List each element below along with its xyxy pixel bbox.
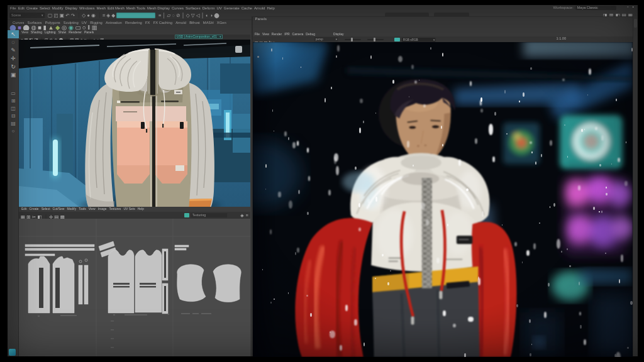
render-settings-icon[interactable]: ⬤ xyxy=(214,13,219,18)
menu-item[interactable]: Edit Mesh xyxy=(108,5,125,11)
viewport-menu-item[interactable]: Shading xyxy=(31,30,42,34)
separator: │ xyxy=(182,13,185,18)
select-component-icon[interactable]: ◉ xyxy=(91,12,96,19)
menu-item[interactable]: Mesh Display xyxy=(147,5,170,11)
menu-item[interactable]: Cache xyxy=(242,5,252,11)
menu-item[interactable]: Display xyxy=(65,5,77,11)
persp-outliner-layout-button[interactable]: ◫ xyxy=(8,104,19,112)
menu-item[interactable]: File xyxy=(10,5,16,11)
ipr-render-icon[interactable]: ◑ xyxy=(209,13,213,18)
menu-item[interactable]: Generate xyxy=(224,5,240,11)
uv-canvas[interactable] xyxy=(19,219,250,356)
render-menu-item[interactable]: IPR xyxy=(284,32,289,36)
uv-menu-item[interactable]: Help xyxy=(138,207,144,211)
menu-item[interactable]: Mesh xyxy=(96,5,106,11)
profiler-icon[interactable]: ▱ xyxy=(167,13,171,18)
menu-item[interactable]: Windows xyxy=(79,5,94,11)
uv-menu-item[interactable]: Edit xyxy=(21,207,27,211)
single-pane-layout-button[interactable]: ▭ xyxy=(8,89,19,97)
gamma-slider[interactable] xyxy=(367,39,384,40)
window-controls[interactable]: ▫ ▪ xyxy=(627,4,635,9)
symmetry-icon[interactable]: ⊘ xyxy=(176,13,180,18)
uv-texture-dropdown[interactable]: Texturing xyxy=(191,213,227,217)
menu-item[interactable]: Mesh Tools xyxy=(126,5,145,11)
evaluation-icon[interactable]: ◌ xyxy=(172,13,175,18)
uv-menu-item[interactable]: Modify xyxy=(67,207,76,211)
viewport-menu-item[interactable]: Panels xyxy=(84,30,94,34)
menu-item[interactable]: Curves xyxy=(172,5,184,11)
paint-effects-icon[interactable]: ◁ xyxy=(196,13,200,18)
uv-menu-item[interactable]: Tools xyxy=(79,207,86,211)
paint-select-tool[interactable]: ✎ xyxy=(8,47,19,55)
xgen-guides-icon[interactable]: ▽ xyxy=(191,13,195,18)
menu-item[interactable]: Create xyxy=(26,5,38,11)
rotate-tool[interactable]: ↻ xyxy=(8,63,19,71)
viewport-menu-item[interactable]: Show xyxy=(58,30,67,34)
selection-mode-dropdown[interactable]: Scene▾ xyxy=(9,13,45,18)
main-menubar: FileEditCreateSelectModifyDisplayWindows… xyxy=(10,5,614,11)
uv-menu-item[interactable]: Image xyxy=(98,207,107,211)
menu-item[interactable]: Surfaces xyxy=(186,5,201,11)
zoom-tool[interactable]: ○ xyxy=(8,127,19,134)
hypershade-layout-button[interactable]: ▤ xyxy=(8,119,19,127)
select-object-icon[interactable]: ● xyxy=(87,12,90,19)
render-menu-item[interactable]: Camera xyxy=(292,32,304,36)
construction-history-icon[interactable]: ≡ xyxy=(158,13,161,18)
viewport-menu-item[interactable]: View xyxy=(21,30,28,34)
workspace-dropdown[interactable]: Maya Classic xyxy=(576,6,616,10)
menu-item[interactable]: UV xyxy=(216,5,221,11)
uv-options-icon[interactable]: ≡ xyxy=(246,212,248,217)
snap-curve-icon[interactable]: ◈ xyxy=(106,12,110,19)
redo-icon[interactable]: ↷ xyxy=(71,12,75,19)
select-tool[interactable]: ↖ xyxy=(8,30,19,38)
render-menu-item[interactable]: File xyxy=(255,32,260,36)
background-color-swatch[interactable] xyxy=(394,38,400,42)
render-menu-item-display[interactable]: Display xyxy=(333,32,343,36)
viewport-menubar: ViewShadingLightingShowRendererPanels xyxy=(19,30,250,35)
render-image[interactable] xyxy=(253,42,633,357)
uv-menu-item[interactable]: UV Sets xyxy=(123,207,135,211)
top-persp-layout-button[interactable]: ⊟ xyxy=(8,112,19,119)
in-view-editor-icon[interactable] xyxy=(235,46,242,53)
render-camera-dropdown[interactable]: persp▾ xyxy=(314,37,338,41)
uv-menu-item[interactable]: View xyxy=(89,207,96,211)
lasso-select-tool[interactable]: ◌ xyxy=(8,38,19,47)
colorspace-dropdown[interactable]: RGB sRGB▾ xyxy=(402,38,435,42)
undo-icon[interactable]: ↶ xyxy=(65,12,69,19)
uv-menu-item[interactable]: Textures xyxy=(109,207,121,211)
render-menu-item[interactable]: View xyxy=(262,32,269,36)
viewport-menu-item[interactable]: Renderer xyxy=(69,30,82,34)
exposure-slider[interactable] xyxy=(345,39,361,40)
menu-item[interactable]: Help xyxy=(267,5,274,11)
snap-grid-icon[interactable]: ⌗ xyxy=(103,12,105,19)
render-menu-item[interactable]: Debug xyxy=(306,32,315,36)
select-hierarchy-icon[interactable]: ◇ xyxy=(82,12,86,19)
menu-item[interactable]: Modify xyxy=(52,5,64,11)
uv-menu-item[interactable]: Select xyxy=(42,207,50,211)
search-input[interactable] xyxy=(116,13,155,18)
save-scene-icon[interactable]: ▣ xyxy=(60,12,64,19)
move-tool[interactable]: ✛ xyxy=(8,55,19,63)
open-scene-icon[interactable]: ◰ xyxy=(53,12,58,19)
four-pane-layout-button[interactable]: ⊞ xyxy=(8,97,19,104)
render-icon[interactable]: ◐ xyxy=(206,13,209,18)
menu-item[interactable]: Select xyxy=(40,5,50,11)
soft-select-icon[interactable]: ◇ xyxy=(186,13,190,18)
right-scrollbar-strip[interactable] xyxy=(633,16,638,356)
new-scene-icon[interactable]: ▢ xyxy=(48,12,52,19)
taskbar-app-icon[interactable] xyxy=(9,349,16,356)
render-menu-item[interactable]: Render xyxy=(272,32,282,36)
snap-point-icon[interactable]: ◆ xyxy=(111,12,115,19)
uv-texture-swatch[interactable] xyxy=(184,213,189,217)
usd-stage-dropdown[interactable]: USD | AnimComposition_v01▾ xyxy=(175,35,223,39)
uv-isolate-icon[interactable]: ◈ xyxy=(241,212,244,217)
panels-menu-item[interactable]: Panels xyxy=(255,17,267,21)
uv-menu-item[interactable]: Cut/Sew xyxy=(53,207,65,211)
menu-item[interactable]: Deform xyxy=(203,5,215,11)
viewport-canvas[interactable] xyxy=(19,40,250,207)
uv-menu-item[interactable]: Create xyxy=(30,207,39,211)
scale-tool[interactable]: ▣ xyxy=(8,71,19,79)
menu-item[interactable]: Arnold xyxy=(254,5,265,11)
viewport-menu-item[interactable]: Lighting xyxy=(45,30,56,34)
menu-item[interactable]: Edit xyxy=(18,5,25,11)
